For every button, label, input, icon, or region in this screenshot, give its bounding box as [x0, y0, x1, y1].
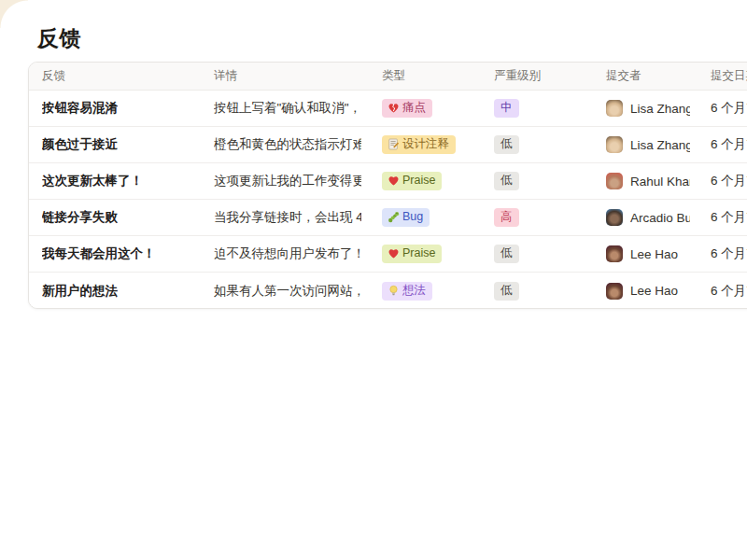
- avatar: [606, 136, 623, 153]
- severity-badge[interactable]: 中: [494, 99, 519, 118]
- feedback-title[interactable]: 按钮容易混淆: [42, 100, 118, 117]
- type-label: Bug: [402, 209, 423, 225]
- submitter-name: Lisa Zhang: [630, 138, 690, 152]
- table-header-row: 反馈 详情 类型 严重级别 提交者 提交日期: [29, 63, 747, 91]
- feedback-title[interactable]: 颜色过于接近: [42, 136, 118, 153]
- table-row[interactable]: 链接分享失败 当我分享链接时，会出现 40... Bug 高 Arcadio B…: [29, 200, 747, 236]
- type-label: Praise: [402, 173, 435, 189]
- column-header-date[interactable]: 提交日期: [698, 68, 747, 84]
- corner-decoration: [0, 0, 28, 28]
- feedback-details: 这项更新让我的工作变得更...: [214, 173, 361, 189]
- feedback-details: 橙色和黄色的状态指示灯难...: [214, 136, 361, 153]
- type-badge[interactable]: Bug: [382, 208, 430, 227]
- table-row[interactable]: 按钮容易混淆 按钮上写着"确认和取消"，... 痛点 中 Lisa Zhang …: [29, 91, 747, 127]
- feedback-details: 按钮上写着"确认和取消"，...: [214, 100, 361, 117]
- table-row[interactable]: 这次更新太棒了！ 这项更新让我的工作变得更... Praise 低 Rahul …: [29, 163, 747, 200]
- feedback-title[interactable]: 这次更新太棒了！: [42, 173, 143, 189]
- red-heart-icon: [388, 247, 400, 259]
- table-row[interactable]: 我每天都会用这个！ 迫不及待想向用户发布了！ Praise 低 Lee Hao …: [29, 236, 747, 273]
- type-label: 设计注释: [402, 136, 449, 152]
- type-badge[interactable]: 痛点: [382, 99, 432, 118]
- feedback-table: 反馈 详情 类型 严重级别 提交者 提交日期 按钮容易混淆 按钮上写着"确认和取…: [28, 62, 747, 309]
- type-label: 想法: [402, 283, 426, 299]
- table-row[interactable]: 新用户的想法 如果有人第一次访问网站，... 想法 低 Lee Hao 6 个月…: [29, 273, 747, 309]
- submit-date: 6 个月前: [711, 136, 747, 153]
- type-badge[interactable]: 想法: [382, 282, 432, 301]
- submit-date: 6 个月前: [711, 283, 747, 300]
- type-label: 痛点: [402, 100, 426, 116]
- feedback-details: 当我分享链接时，会出现 40...: [214, 209, 361, 226]
- severity-badge[interactable]: 高: [494, 208, 519, 227]
- type-badge[interactable]: 设计注释: [382, 135, 456, 154]
- feedback-title[interactable]: 链接分享失败: [42, 209, 118, 226]
- severity-badge[interactable]: 低: [494, 135, 519, 154]
- submitter-name: Arcadio Buen...: [630, 211, 690, 225]
- column-header-severity[interactable]: 严重级别: [481, 68, 593, 84]
- feedback-page: 反馈 反馈 详情 类型 严重级别 提交者 提交日期 按钮容易混淆 按钮上写着"确…: [0, 0, 747, 560]
- avatar: [606, 245, 623, 262]
- avatar: [606, 283, 623, 300]
- avatar: [606, 100, 623, 117]
- table-row[interactable]: 颜色过于接近 橙色和黄色的状态指示灯难... 设计注释 低 Lisa Zhang…: [29, 127, 747, 163]
- avatar: [606, 173, 623, 189]
- submit-date: 6 个月前: [711, 209, 747, 226]
- submitter-name: Rahul Khanna: [630, 175, 690, 189]
- severity-badge[interactable]: 低: [494, 172, 519, 190]
- light-bulb-icon: [388, 285, 400, 297]
- avatar: [606, 209, 623, 226]
- severity-badge[interactable]: 低: [494, 245, 519, 263]
- red-heart-icon: [388, 175, 400, 187]
- column-header-details[interactable]: 详情: [201, 68, 369, 84]
- feedback-title[interactable]: 我每天都会用这个！: [42, 245, 156, 262]
- broken-heart-icon: [388, 102, 400, 114]
- feedback-details: 如果有人第一次访问网站，...: [214, 283, 361, 300]
- feedback-details: 迫不及待想向用户发布了！: [214, 245, 361, 262]
- page-title: 反馈: [37, 24, 81, 53]
- type-badge[interactable]: Praise: [382, 172, 442, 190]
- submitter-name: Lee Hao: [630, 247, 678, 261]
- submit-date: 6 个月前: [711, 245, 747, 262]
- submitter-name: Lisa Zhang: [630, 102, 690, 116]
- submitter-name: Lee Hao: [630, 284, 678, 298]
- submit-date: 6 个月前: [711, 173, 747, 189]
- column-header-feedback[interactable]: 反馈: [29, 68, 201, 84]
- bug-icon: [388, 211, 400, 223]
- memo-icon: [388, 138, 400, 150]
- column-header-type[interactable]: 类型: [369, 68, 481, 84]
- severity-badge[interactable]: 低: [494, 282, 519, 301]
- feedback-title[interactable]: 新用户的想法: [42, 283, 118, 300]
- type-label: Praise: [402, 245, 435, 261]
- submit-date: 6 个月前: [711, 100, 747, 117]
- column-header-submitter[interactable]: 提交者: [593, 68, 698, 84]
- type-badge[interactable]: Praise: [382, 245, 442, 263]
